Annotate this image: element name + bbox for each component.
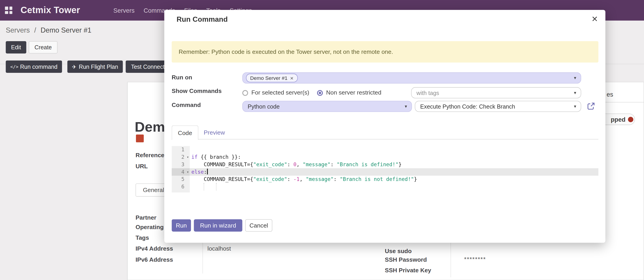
modal-title: Run Command: [176, 15, 228, 24]
editor-gutter: 12▾34▾56: [172, 146, 190, 193]
edit-button[interactable]: Edit: [6, 41, 26, 54]
url-label: URL: [136, 163, 148, 169]
tags-label: Tags: [136, 234, 149, 241]
tab-code[interactable]: Code: [172, 125, 198, 140]
ssh-private-key-label: SSH Private Key: [385, 267, 431, 273]
gutter-line-4[interactable]: 4▾: [172, 168, 190, 176]
external-link-icon[interactable]: [587, 102, 595, 110]
right-tab-fragment[interactable]: es: [606, 91, 613, 98]
show-commands-label: Show Commands: [172, 87, 222, 94]
radio-selected-servers-label[interactable]: For selected server(s): [251, 89, 309, 96]
breadcrumb-servers[interactable]: Servers: [6, 26, 30, 34]
gutter-line-1[interactable]: 1: [172, 146, 190, 154]
with-tags-select[interactable]: with tags ▾: [411, 87, 581, 98]
gutter-line-6[interactable]: 6: [172, 183, 190, 190]
status-stopped-dot-icon: [628, 117, 634, 122]
chevron-down-icon[interactable]: ▾: [574, 90, 576, 95]
with-tags-placeholder: with tags: [416, 90, 439, 96]
radio-selected-servers[interactable]: [242, 90, 248, 96]
gutter-line-3[interactable]: 3: [172, 161, 190, 168]
use-sudo-label: Use sudo: [385, 248, 412, 254]
create-button[interactable]: Create: [29, 41, 57, 54]
server-tag[interactable]: Demo Server #1 ✕: [246, 74, 298, 82]
server-tag-label: Demo Server #1: [250, 75, 288, 81]
chevron-down-icon[interactable]: ▾: [405, 104, 407, 109]
reference-label: Reference: [136, 152, 164, 158]
apps-grid-icon[interactable]: [5, 7, 12, 14]
chevron-down-icon[interactable]: ▾: [574, 104, 576, 109]
command-label: Command: [172, 101, 201, 108]
close-icon[interactable]: ✕: [592, 15, 598, 24]
code-line-5[interactable]: COMMAND_RESULT={"exit_code": -1, "messag…: [190, 176, 598, 183]
partner-label: Partner: [136, 214, 156, 221]
indent-guide: [204, 183, 204, 190]
gutter-line-2[interactable]: 2▾: [172, 153, 190, 161]
fold-arrow-icon[interactable]: ▾: [187, 168, 189, 176]
code-line-2[interactable]: if {{ branch }}:: [190, 153, 598, 161]
radio-non-server-restricted-label[interactable]: Non server restricted: [326, 89, 382, 96]
code-line-4[interactable]: else:: [190, 168, 598, 176]
code-line-3[interactable]: COMMAND_RESULT={"exit_code": 0, "message…: [190, 161, 598, 168]
run-flight-plan-button[interactable]: ✈ Run Flight Plan: [67, 60, 122, 73]
gutter-line-5[interactable]: 5: [172, 176, 190, 183]
run-command-button[interactable]: </> Run command: [6, 60, 62, 73]
radio-non-server-restricted[interactable]: [317, 90, 323, 96]
screen: Cetmix Tower Servers Commands Files Tool…: [0, 0, 644, 280]
breadcrumb-current: Demo Server #1: [41, 26, 92, 34]
ipv6-label: IPv6 Address: [136, 256, 173, 263]
plane-icon: ✈: [72, 64, 76, 70]
code-editor[interactable]: 12▾34▾56 if {{ branch }}: COMMAND_RESULT…: [172, 146, 598, 193]
run-on-field[interactable]: Demo Server #1 ✕ ▾: [242, 72, 581, 83]
remove-tag-icon[interactable]: ✕: [290, 76, 294, 80]
command-select[interactable]: Execute Python Code: Check Branch ▾: [415, 101, 581, 112]
command-type-value: Python code: [248, 103, 280, 110]
run-in-wizard-button[interactable]: Run in wizard: [194, 219, 242, 232]
menu-servers[interactable]: Servers: [113, 7, 134, 14]
ssh-password-label: SSH Password: [385, 256, 427, 263]
ipv4-value: localhost: [208, 245, 231, 252]
code-icon: </>: [10, 64, 18, 69]
text-cursor: [207, 169, 208, 174]
indent-guide: [216, 183, 216, 190]
editor-lines: if {{ branch }}: COMMAND_RESULT={"exit_c…: [190, 146, 598, 193]
ssh-password-value: ********: [464, 256, 486, 262]
alert-text: Remember: Python code is executed on the…: [178, 49, 393, 55]
python-warning-alert: Remember: Python code is executed on the…: [172, 41, 598, 63]
code-line-1[interactable]: [190, 146, 598, 154]
tab-preview[interactable]: Preview: [204, 129, 225, 136]
tabs-underline: [172, 139, 598, 139]
server-color-swatch[interactable]: [136, 134, 144, 143]
run-command-label: Run command: [20, 63, 58, 70]
brand-title[interactable]: Cetmix Tower: [20, 0, 80, 21]
run-flight-plan-label: Run Flight Plan: [79, 63, 118, 70]
chevron-down-icon[interactable]: ▾: [574, 75, 576, 81]
ipv4-label: IPv4 Address: [136, 245, 173, 252]
command-type-select[interactable]: Python code ▾: [242, 101, 412, 112]
command-select-value: Execute Python Code: Check Branch: [420, 103, 515, 110]
breadcrumb-separator: /: [34, 26, 36, 34]
fold-arrow-icon[interactable]: ▾: [187, 153, 189, 161]
run-command-modal: Run Command ✕ Remember: Python code is e…: [164, 10, 606, 243]
run-on-label: Run on: [172, 74, 192, 80]
status-text-fragment: pped: [611, 116, 626, 123]
cancel-button[interactable]: Cancel: [245, 219, 272, 232]
code-line-6[interactable]: [190, 183, 598, 190]
run-button[interactable]: Run: [172, 219, 191, 232]
breadcrumb: Servers / Demo Server #1: [6, 26, 91, 34]
